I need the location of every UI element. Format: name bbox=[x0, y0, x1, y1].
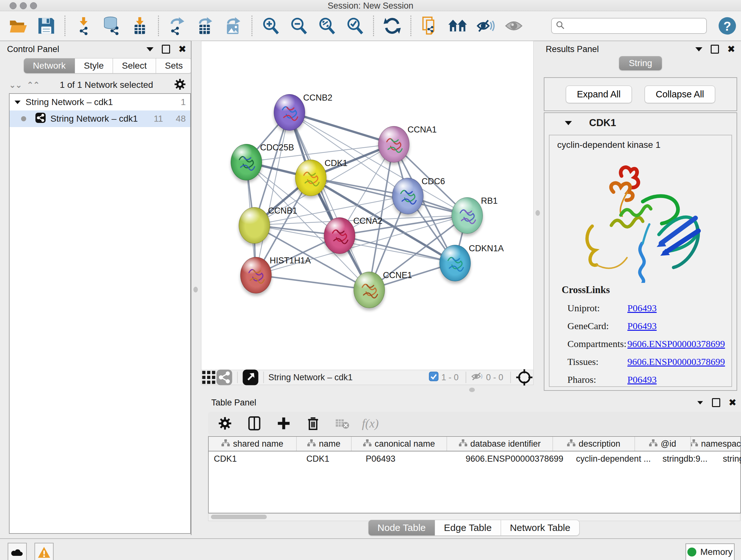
export-table-icon[interactable] bbox=[195, 16, 215, 36]
network-node-ccnb1[interactable] bbox=[239, 207, 270, 244]
crosslink-label: Uniprot: bbox=[567, 303, 627, 314]
warnings-button[interactable] bbox=[35, 543, 54, 560]
close-panel-icon[interactable]: ✖ bbox=[729, 399, 737, 406]
scrollbar-thumb[interactable] bbox=[211, 515, 267, 519]
memory-button[interactable]: Memory bbox=[685, 543, 735, 560]
expand-all-networks-icon[interactable]: ⌄⌄ bbox=[9, 80, 22, 90]
network-node-ccna2[interactable] bbox=[324, 217, 355, 254]
string-import-icon[interactable] bbox=[420, 16, 440, 36]
collection-count: 1 bbox=[181, 97, 186, 107]
cloud-button[interactable] bbox=[8, 543, 27, 560]
network-row-selected[interactable]: String Network – cdk1 11 48 bbox=[10, 111, 190, 127]
search-input[interactable] bbox=[568, 21, 706, 31]
network-node-cdkn1a[interactable] bbox=[440, 245, 471, 281]
show-eye-icon[interactable] bbox=[504, 16, 524, 36]
hidden-eye-slash-icon[interactable] bbox=[471, 371, 483, 384]
selected-checkbox-icon[interactable] bbox=[428, 371, 439, 384]
column-header-description[interactable]: description bbox=[553, 437, 635, 451]
fit-selected-crosshair-icon[interactable] bbox=[515, 368, 533, 387]
cell-database-identifier[interactable]: 9606.ENSP00000378699 bbox=[461, 451, 571, 466]
zoom-selected-icon[interactable] bbox=[345, 16, 365, 36]
collection-expand-icon[interactable] bbox=[15, 100, 21, 104]
panel-menu-icon[interactable] bbox=[146, 47, 153, 51]
expand-all-button[interactable]: Expand All bbox=[566, 85, 632, 103]
save-session-icon[interactable] bbox=[37, 16, 56, 36]
crosslink-link[interactable]: P06493 bbox=[627, 374, 657, 385]
cell-canonical-name[interactable]: P06493 bbox=[360, 451, 461, 466]
birdseye-view-icon[interactable] bbox=[242, 368, 259, 387]
close-panel-icon[interactable]: ✖ bbox=[179, 46, 186, 53]
network-node-cdc25b[interactable] bbox=[231, 144, 262, 180]
tab-select[interactable]: Select bbox=[113, 58, 156, 73]
import-table-icon[interactable] bbox=[130, 16, 150, 36]
tab-style[interactable]: Style bbox=[75, 58, 113, 73]
cell--id[interactable]: stringdb:9... bbox=[657, 451, 718, 466]
zoom-in-icon[interactable] bbox=[261, 16, 280, 36]
network-name: String Network – cdk1 bbox=[51, 114, 138, 124]
network-options-gear-icon[interactable] bbox=[174, 78, 186, 92]
column-header-namespace[interactable]: namespace bbox=[691, 437, 741, 451]
zoom-out-icon[interactable] bbox=[289, 16, 309, 36]
cell-name[interactable]: CDK1 bbox=[301, 451, 360, 466]
help-button[interactable]: ? bbox=[718, 16, 737, 36]
network-node-hist1h1a[interactable] bbox=[240, 257, 272, 294]
collapse-all-networks-icon[interactable]: ⌃⌃ bbox=[27, 80, 40, 90]
export-image-icon[interactable] bbox=[223, 16, 243, 36]
float-panel-icon[interactable] bbox=[711, 45, 719, 54]
collapse-all-button[interactable]: Collapse All bbox=[645, 85, 716, 103]
table-row[interactable]: CDK1CDK1P064939606.ENSP00000378699cyclin… bbox=[209, 451, 740, 466]
import-network-icon[interactable] bbox=[74, 16, 93, 36]
import-database-icon[interactable] bbox=[102, 16, 122, 36]
search-input-wrap[interactable] bbox=[551, 18, 707, 34]
crosslink-link[interactable]: 9606.ENSP00000378699 bbox=[627, 356, 725, 367]
tab-sets[interactable]: Sets bbox=[156, 58, 192, 73]
network-node-rb1[interactable] bbox=[452, 197, 483, 234]
add-column-icon[interactable] bbox=[274, 414, 293, 433]
tab-edge-table[interactable]: Edge Table bbox=[435, 520, 501, 536]
hide-string-icon[interactable] bbox=[476, 16, 495, 36]
network-view-canvas[interactable]: CCNB2CCNA1CDC25BCDK1CDC6RB1CCNB1CCNA2CDK… bbox=[201, 41, 534, 370]
open-session-icon[interactable] bbox=[8, 16, 28, 36]
network-node-ccne1[interactable] bbox=[354, 272, 385, 308]
table-settings-gear-icon[interactable] bbox=[215, 414, 235, 433]
network-collection-row[interactable]: String Network – cdk1 1 bbox=[10, 94, 190, 111]
network-node-cdk1[interactable] bbox=[295, 160, 327, 196]
refresh-layout-icon[interactable] bbox=[382, 16, 402, 36]
crosslink-link[interactable]: P06493 bbox=[627, 320, 657, 331]
tab-network-table[interactable]: Network Table bbox=[501, 520, 580, 536]
column-header-shared-name[interactable]: shared name bbox=[209, 437, 297, 451]
tab-string[interactable]: String bbox=[619, 56, 662, 70]
panel-menu-icon[interactable] bbox=[697, 401, 703, 404]
close-panel-icon[interactable]: ✖ bbox=[727, 46, 735, 53]
node-section-header[interactable]: CDK1 bbox=[544, 113, 737, 133]
network-share-icon[interactable] bbox=[216, 368, 232, 387]
delete-column-trash-icon[interactable] bbox=[303, 414, 323, 433]
cell-description[interactable]: cyclin-dependent ... bbox=[571, 451, 657, 466]
crosslink-link[interactable]: 9606.ENSP00000378699 bbox=[627, 338, 725, 349]
column-header-database-identifier[interactable]: database identifier bbox=[447, 437, 553, 451]
column-header--id[interactable]: @id bbox=[635, 437, 691, 451]
show-columns-icon[interactable] bbox=[245, 414, 264, 433]
export-network-icon[interactable] bbox=[167, 16, 187, 36]
column-header-canonical-name[interactable]: canonical name bbox=[352, 437, 447, 451]
string-home-icon[interactable] bbox=[448, 16, 468, 36]
zoom-fit-icon[interactable] bbox=[317, 16, 337, 36]
grid-view-icon[interactable] bbox=[201, 368, 216, 387]
cell-namespace[interactable]: stringdb bbox=[718, 451, 741, 466]
float-panel-icon[interactable] bbox=[162, 45, 170, 54]
network-node-ccnb2[interactable] bbox=[274, 94, 305, 131]
cell-shared-name[interactable]: CDK1 bbox=[209, 451, 301, 466]
panel-menu-icon[interactable] bbox=[695, 47, 702, 51]
splitter-handle-left[interactable] bbox=[193, 287, 198, 293]
section-collapse-icon[interactable] bbox=[565, 121, 572, 125]
network-node-ccna1[interactable] bbox=[378, 126, 409, 163]
tab-node-table[interactable]: Node Table bbox=[368, 520, 435, 536]
float-panel-icon[interactable] bbox=[712, 398, 720, 407]
network-node-cdc6[interactable] bbox=[392, 178, 423, 214]
splitter-handle-right[interactable] bbox=[536, 210, 540, 216]
network-list: String Network – cdk1 1 String Network –… bbox=[9, 93, 191, 534]
tab-network[interactable]: Network bbox=[23, 58, 75, 73]
column-header-name[interactable]: name bbox=[297, 437, 352, 451]
crosslink-link[interactable]: P06493 bbox=[627, 303, 657, 314]
splitter-handle-bottom[interactable] bbox=[469, 388, 475, 392]
